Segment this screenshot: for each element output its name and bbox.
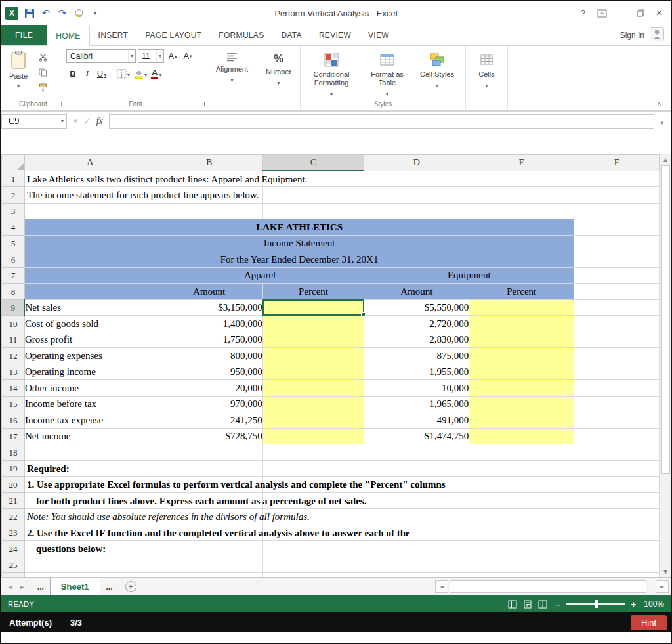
row-header-1[interactable]: 1 — [2, 171, 25, 187]
row-header-8[interactable]: 8 — [2, 284, 25, 300]
row-header-25[interactable]: 25 — [2, 557, 25, 573]
row-header-16[interactable]: 16 — [2, 412, 25, 429]
cell-C8[interactable]: Percent — [262, 284, 364, 300]
cell-B15[interactable]: 970,000 — [156, 396, 262, 412]
cell-C14[interactable] — [262, 380, 364, 397]
column-header-F[interactable]: F — [574, 155, 660, 171]
number-button[interactable]: % Number — [259, 48, 298, 87]
sign-in-button[interactable]: Sign In — [620, 25, 664, 45]
cell-B13[interactable]: 950,000 — [156, 364, 262, 380]
cell-D24[interactable] — [364, 541, 469, 557]
cell-F23[interactable] — [574, 525, 660, 541]
cell-B24[interactable] — [156, 541, 262, 557]
cell-C16[interactable] — [262, 412, 364, 429]
horizontal-scrollbar-track[interactable] — [450, 580, 646, 593]
cell-B19[interactable] — [156, 460, 262, 477]
cell-B18[interactable] — [156, 444, 262, 461]
cell-F18[interactable] — [574, 444, 660, 461]
cell-B3[interactable] — [156, 203, 262, 219]
page-break-view-icon[interactable] — [538, 600, 547, 609]
cell-D9[interactable]: $5,550,000 — [364, 299, 469, 316]
row-header-21[interactable]: 21 — [2, 492, 25, 509]
cell-F21[interactable] — [574, 492, 660, 509]
tab-review[interactable]: REVIEW — [310, 25, 360, 45]
paste-button[interactable]: Paste — [5, 48, 32, 93]
cell-F19[interactable] — [574, 460, 660, 477]
cell-B11[interactable]: 1,750,000 — [156, 332, 262, 348]
cell-F17[interactable] — [574, 428, 660, 444]
cell-E1[interactable] — [469, 171, 574, 187]
cell-B16[interactable]: 241,250 — [156, 412, 262, 429]
cell-F10[interactable] — [574, 316, 660, 332]
enter-icon[interactable]: ✓ — [84, 117, 91, 126]
cell-B17[interactable]: $728,750 — [156, 428, 262, 444]
row-header-17[interactable]: 17 — [2, 428, 25, 444]
cell-D14[interactable]: 10,000 — [364, 380, 469, 397]
cell-A7[interactable] — [24, 267, 156, 284]
cell-A3[interactable] — [24, 203, 156, 219]
tab-page-layout[interactable]: PAGE LAYOUT — [136, 25, 210, 45]
row-header-15[interactable]: 15 — [2, 396, 25, 412]
row-header-13[interactable]: 13 — [2, 364, 25, 380]
cell-D7[interactable]: Equipment — [364, 267, 574, 284]
italic-button[interactable]: I — [81, 67, 94, 80]
row-header-20[interactable]: 20 — [2, 477, 25, 493]
format-painter-icon[interactable] — [35, 82, 50, 93]
zoom-out-button[interactable]: – — [555, 599, 560, 609]
cell-C9[interactable] — [262, 299, 364, 316]
cell-E3[interactable] — [469, 203, 574, 219]
cell-D15[interactable]: 1,965,000 — [364, 396, 469, 412]
cell-B14[interactable]: 20,000 — [156, 380, 262, 397]
cell-D3[interactable] — [364, 203, 469, 219]
cell-D18[interactable] — [364, 444, 469, 461]
cell-C25[interactable] — [262, 557, 364, 573]
cell-E22[interactable] — [469, 509, 574, 525]
cell-C13[interactable] — [262, 364, 364, 380]
cell-D26[interactable] — [364, 573, 469, 577]
vertical-scrollbar-thumb[interactable] — [662, 165, 670, 474]
cell-E18[interactable] — [469, 444, 574, 461]
cell-A13[interactable]: Operating income — [24, 364, 156, 380]
font-size-select[interactable]: 11 — [138, 49, 164, 63]
cell-A4[interactable]: LAKE ATHLETICS — [24, 219, 574, 236]
excel-app-icon[interactable]: X — [5, 7, 18, 20]
redo-icon[interactable]: ↷ — [57, 9, 68, 18]
cell-F11[interactable] — [574, 332, 660, 348]
cell-F2[interactable] — [574, 187, 660, 204]
conditional-formatting-button[interactable]: Conditional Formatting — [303, 48, 360, 98]
cell-E24[interactable] — [469, 541, 574, 557]
cell-A26[interactable] — [24, 573, 156, 577]
cell-A24[interactable]: questions below: — [24, 541, 156, 557]
cell-F9[interactable] — [574, 299, 660, 316]
alignment-button[interactable]: Alignment — [209, 48, 255, 85]
scroll-up-icon[interactable]: ▲ — [660, 154, 671, 165]
cell-A20[interactable]: 1. Use appropriate Excel formulas to per… — [24, 477, 156, 493]
font-name-select[interactable]: Calibri — [66, 49, 136, 63]
cell-A17[interactable]: Net income — [24, 428, 156, 444]
save-icon[interactable] — [24, 8, 35, 18]
clipboard-dialog-launcher-icon[interactable] — [57, 102, 62, 106]
help-button[interactable]: ? — [574, 6, 592, 20]
undo-icon[interactable]: ↶ — [41, 9, 51, 18]
zoom-slider-thumb[interactable] — [595, 600, 598, 608]
name-box[interactable]: C9 — [1, 114, 67, 129]
sheet-ellipsis-left[interactable]: ... — [32, 578, 50, 595]
cell-F16[interactable] — [574, 412, 660, 429]
cell-A5[interactable]: Income Statement — [24, 235, 574, 251]
cell-A12[interactable]: Operating expenses — [24, 348, 156, 364]
row-header-9[interactable]: 9 — [2, 299, 25, 316]
cell-A19[interactable]: Required: — [24, 460, 156, 477]
tab-insert[interactable]: INSERT — [90, 25, 137, 45]
cell-C11[interactable] — [262, 332, 364, 348]
copy-icon[interactable] — [35, 67, 50, 78]
sheet-scroll-left-icon[interactable]: ◄ — [8, 584, 12, 590]
cell-F14[interactable] — [574, 380, 660, 397]
row-header-19[interactable]: 19 — [2, 460, 25, 477]
cell-D22[interactable] — [364, 509, 469, 525]
cell-F13[interactable] — [574, 364, 660, 380]
minimize-button[interactable]: – — [612, 6, 630, 20]
cell-A6[interactable]: For the Year Ended December 31, 20X1 — [24, 251, 574, 268]
cell-C10[interactable] — [262, 316, 364, 332]
cell-F5[interactable] — [574, 235, 660, 251]
cell-B10[interactable]: 1,400,000 — [156, 316, 262, 332]
